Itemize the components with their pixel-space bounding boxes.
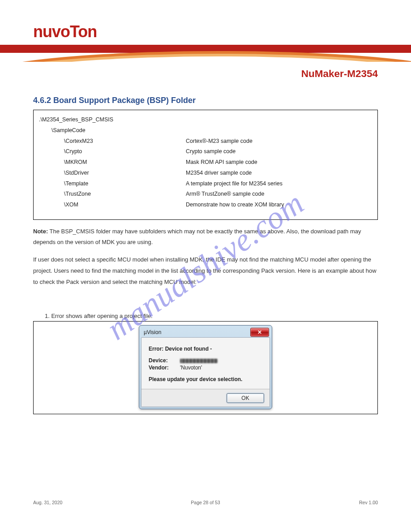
dialog-device-label: Device: <box>149 357 180 364</box>
dialog-title: µVision <box>144 329 161 335</box>
header-stripe <box>0 45 411 62</box>
brand-logo: nuvoTon <box>0 0 411 41</box>
dialog-device-value-redacted <box>180 359 218 363</box>
close-icon[interactable]: ✕ <box>250 328 269 337</box>
note-paragraph: Note: The BSP_CMSIS folder may have subf… <box>33 226 378 248</box>
dir-row: \TemplateA template project file for M23… <box>39 179 372 189</box>
dialog-update-line: Please update your device selection. <box>149 376 262 382</box>
section-heading: 4.6.2 Board Support Package (BSP) Folder <box>33 96 378 105</box>
dialog-screenshot-frame: µVision ✕ Error: Device not found - Devi… <box>33 321 378 414</box>
brand-logo-text: nuvoTon <box>33 22 97 41</box>
dir-row: \CryptoCrypto sample code <box>39 146 372 157</box>
dir-row: \TrustZoneArm® TrustZone® sample code <box>39 189 372 200</box>
note-paragraph-2: If user does not select a specific MCU m… <box>33 254 378 287</box>
dir-row: \XOMDemonstrate how to create XOM librar… <box>39 200 372 210</box>
doc-title: NuMaker-M2354 <box>301 68 378 79</box>
footer-page: Page 28 of 53 <box>33 500 378 505</box>
dir-sub: \SampleCode <box>51 125 186 136</box>
dialog-vendor-label: Vendor: <box>149 365 180 371</box>
page-footer: Aug. 31, 2020 Page 28 of 53 Rev 1.00 <box>33 500 378 505</box>
step-1-label: 1. Error shows after opening a project f… <box>45 313 378 319</box>
uvision-dialog: µVision ✕ Error: Device not found - Devi… <box>139 325 272 409</box>
ok-button[interactable]: OK <box>227 393 264 403</box>
dialog-error-line: Error: Device not found - <box>149 346 262 352</box>
dir-row: \StdDriverM2354 driver sample code <box>39 168 372 179</box>
dir-root: .\M2354_Series_BSP_CMSIS <box>39 115 173 125</box>
dialog-vendor-value: 'Nuvoton' <box>180 365 202 371</box>
dir-row: \CortexM23Cortex®-M23 sample code <box>39 136 372 147</box>
directory-listing: .\M2354_Series_BSP_CMSIS \SampleCode \Co… <box>33 110 378 220</box>
dir-row: \MKROMMask ROM API sample code <box>39 157 372 168</box>
